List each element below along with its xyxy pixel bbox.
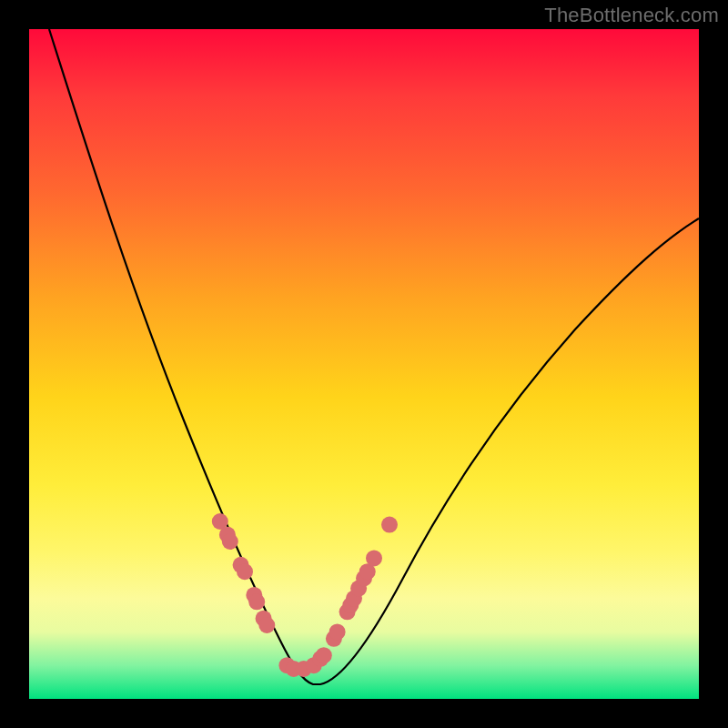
curve-markers — [212, 513, 398, 677]
curve-marker — [248, 593, 265, 610]
bottleneck-curve — [49, 29, 699, 684]
curve-layer — [29, 29, 699, 699]
curve-marker — [237, 563, 253, 580]
chart-stage: TheBottleneck.com — [0, 0, 728, 728]
curve-marker — [329, 623, 346, 640]
curve-marker — [258, 617, 275, 633]
gradient-plot-area — [29, 29, 699, 699]
curve-marker — [366, 550, 382, 566]
curve-marker — [381, 517, 398, 533]
curve-marker — [222, 533, 238, 550]
curve-marker — [316, 647, 332, 663]
watermark-text: TheBottleneck.com — [544, 4, 719, 27]
